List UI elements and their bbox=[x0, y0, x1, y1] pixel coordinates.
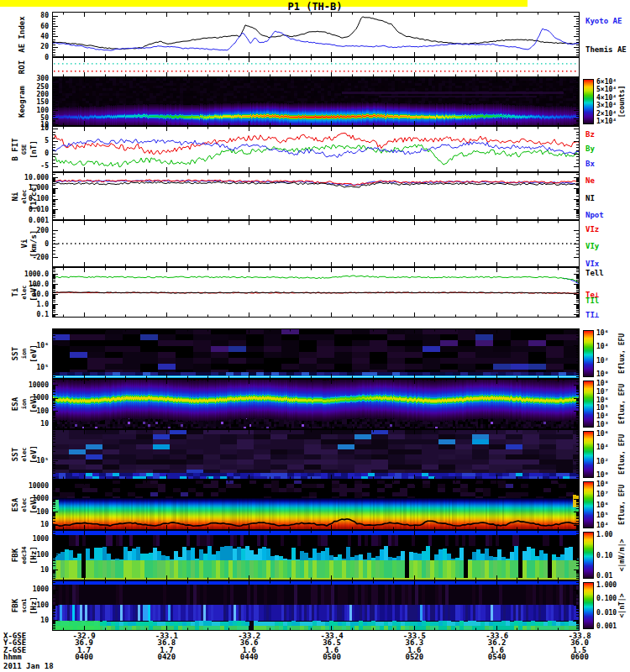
colorbar-tick-label: 4×10⁴ bbox=[596, 94, 617, 102]
y-tick-label: 150 bbox=[0, 98, 49, 106]
legend-viy: VIy bbox=[585, 242, 599, 250]
y-tick-label: 60 bbox=[0, 23, 49, 30]
colorbar-tick-label: 10⁰ bbox=[596, 471, 608, 479]
y-tick-label: 200 bbox=[0, 227, 49, 234]
y-tick-label: 0.001 bbox=[0, 217, 49, 224]
y-tick-label: 0.1 bbox=[0, 311, 49, 318]
y-tick-label: 10 bbox=[0, 521, 49, 528]
colorbar-tick-label: 10² bbox=[596, 458, 608, 465]
xaxis-tick-value: 0540 bbox=[488, 653, 507, 661]
panel-sst-i-ylabel: ion bbox=[21, 349, 28, 360]
colorbar-tick-label: 10⁶ bbox=[596, 329, 608, 337]
y-tick-label: 1000 bbox=[0, 535, 49, 543]
y-tick-label: 10 bbox=[0, 420, 49, 428]
panel-ti-canvas bbox=[52, 267, 580, 318]
legend-ni: NI bbox=[585, 194, 595, 202]
panel-fbk-e-canvas bbox=[52, 530, 580, 580]
y-tick-label: 80 bbox=[0, 12, 49, 19]
y-tick-label: 10⁵ bbox=[0, 364, 49, 371]
colorbar-unit-label: <|nT|> bbox=[618, 594, 626, 618]
panel-esa-e-canvas bbox=[52, 480, 580, 530]
y-tick-label: 10000 bbox=[0, 381, 49, 389]
legend-kyoto-ae: Kyoto AE bbox=[585, 17, 622, 25]
colorbar-tick-label: 10⁴ bbox=[596, 522, 608, 529]
panel-sst-i-canvas bbox=[52, 328, 580, 379]
panel-bfit-canvas bbox=[52, 126, 580, 172]
legend-viz: VIz bbox=[585, 225, 599, 234]
date-label: 2011 Jan 18 bbox=[3, 662, 54, 670]
y-tick-label: 0.100 bbox=[0, 195, 49, 202]
legend-bz: Bz bbox=[585, 130, 595, 139]
y-tick-label: 10⁵ bbox=[0, 457, 49, 465]
colorbar-unit-label: <|mV/m|> bbox=[618, 539, 626, 572]
y-tick-label: 10.0 bbox=[0, 291, 49, 298]
colorbar-tick-label: 10⁷ bbox=[596, 388, 608, 396]
panel-ae-canvas bbox=[52, 12, 580, 57]
y-tick-label: 1000.0 bbox=[0, 270, 49, 278]
y-tick-label: 100 bbox=[0, 508, 49, 516]
y-tick-label: 5 bbox=[0, 137, 49, 144]
panel-roi-ylabel: ROI bbox=[18, 60, 26, 74]
xaxis-tick-value: 0600 bbox=[570, 653, 589, 661]
colorbar-tick-label: 10⁴ bbox=[596, 343, 608, 350]
y-tick-label: 100 bbox=[0, 407, 49, 415]
colorbar-tick-label: 10⁶ bbox=[596, 501, 608, 509]
panel-fbk-b-canvas bbox=[52, 580, 580, 631]
legend-by: By bbox=[585, 144, 595, 153]
colorbar-tick-label: 0.010 bbox=[596, 609, 617, 617]
y-tick-label: 1.000 bbox=[0, 184, 49, 192]
panel-sst-e-canvas bbox=[52, 429, 580, 480]
legend-ne: Ne bbox=[585, 176, 595, 185]
y-tick-label: 1000 bbox=[0, 394, 49, 402]
colorbar-tick-label: 10² bbox=[596, 357, 608, 365]
colorbar-unit-label: Eflux, EFU bbox=[618, 434, 626, 475]
colorbar-tick-label: 0.001 bbox=[596, 622, 617, 630]
legend-til: TIl bbox=[585, 297, 599, 305]
colorbar-tick-label: 1.00 bbox=[596, 531, 612, 538]
colorbar-tick-label: 1.000 bbox=[596, 581, 617, 589]
themis-summary-plot: P1 (TH-B) 2011 Jan 18 AE Index806040200K… bbox=[0, 0, 630, 672]
y-tick-label: 1.0 bbox=[0, 301, 49, 308]
y-tick-label: 10.000 bbox=[0, 174, 49, 181]
y-tick-label: 200 bbox=[0, 91, 49, 98]
y-tick-label: 10⁶ bbox=[0, 342, 49, 349]
colorbar-esa-e bbox=[583, 481, 594, 528]
colorbar-tick-label: 10⁵ bbox=[596, 404, 608, 412]
panel-keogram-canvas bbox=[52, 77, 580, 126]
y-tick-label: 100 bbox=[0, 551, 49, 559]
colorbar-keogram bbox=[583, 79, 594, 124]
colorbar-tick-label: 10⁵ bbox=[596, 512, 608, 519]
colorbar-tick-label: 3×10⁴ bbox=[596, 102, 617, 109]
y-tick-label: -5 bbox=[0, 162, 49, 170]
colorbar-unit-label: [counts] bbox=[618, 86, 626, 118]
colorbar-tick-label: 1×10⁴ bbox=[596, 118, 617, 125]
xaxis-row-label-hhmm: hhmm bbox=[3, 653, 22, 661]
colorbar-tick-label: 0.100 bbox=[596, 595, 617, 602]
colorbar-tick-label: 10³ bbox=[596, 421, 608, 428]
colorbar-tick-label: 10⁰ bbox=[596, 370, 608, 378]
legend-vix: VIx bbox=[585, 260, 599, 268]
colorbar-fbk-b bbox=[583, 582, 594, 629]
xaxis-tick-value: 0500 bbox=[323, 653, 341, 661]
colorbar-unit-label: Eflux, EFU bbox=[618, 384, 626, 424]
legend-themis-ae: Themis AE bbox=[585, 45, 627, 54]
legend-tell: Tell bbox=[585, 269, 604, 277]
xaxis-tick-value: 0520 bbox=[406, 653, 424, 661]
roi-flag-bar bbox=[0, 0, 528, 7]
legend-ti-: TI⊥ bbox=[585, 311, 599, 319]
y-tick-label: 10 bbox=[0, 566, 49, 574]
y-tick-label: 20 bbox=[0, 43, 49, 50]
colorbar-unit-label: Eflux, EFU bbox=[618, 485, 626, 525]
y-tick-label: 10 bbox=[0, 124, 49, 132]
y-tick-label: 0 bbox=[0, 240, 49, 248]
panel-esa-i-canvas bbox=[52, 379, 580, 429]
colorbar-sst-e bbox=[583, 431, 594, 478]
colorbar-fbk-e bbox=[583, 532, 594, 579]
colorbar-tick-label: 6×10⁴ bbox=[596, 78, 617, 86]
y-tick-label: 1000 bbox=[0, 495, 49, 502]
colorbar-tick-label: 0.10 bbox=[596, 552, 612, 559]
y-tick-label: 1000 bbox=[0, 585, 49, 593]
y-tick-label: 0.010 bbox=[0, 206, 49, 213]
colorbar-tick-label: 10⁶ bbox=[596, 430, 608, 438]
y-tick-label: -200 bbox=[0, 254, 49, 261]
